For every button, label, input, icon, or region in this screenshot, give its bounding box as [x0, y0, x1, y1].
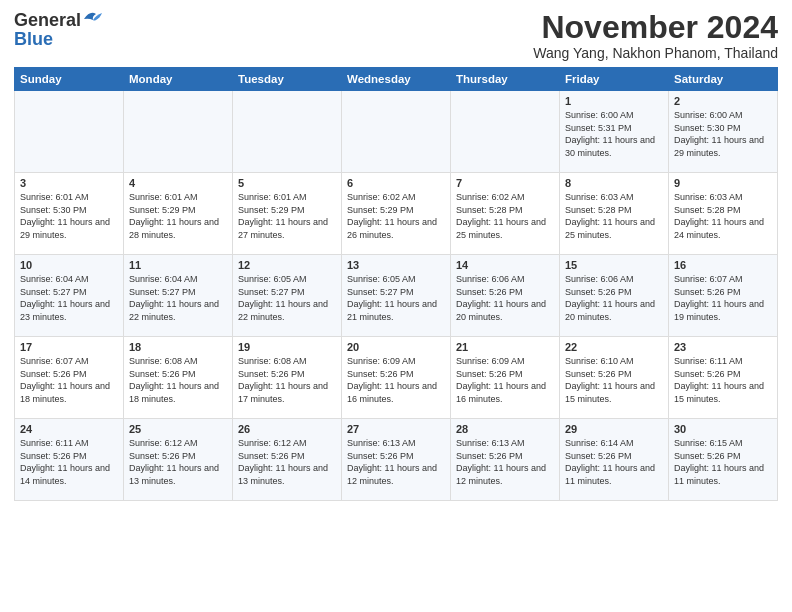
week-row-2: 3Sunrise: 6:01 AMSunset: 5:30 PMDaylight… — [15, 173, 778, 255]
day-number: 7 — [456, 177, 554, 189]
day-info: Sunrise: 6:12 AMSunset: 5:26 PMDaylight:… — [129, 437, 227, 487]
day-number: 1 — [565, 95, 663, 107]
day-info: Sunrise: 6:08 AMSunset: 5:26 PMDaylight:… — [129, 355, 227, 405]
calendar-cell-1-1: 4Sunrise: 6:01 AMSunset: 5:29 PMDaylight… — [124, 173, 233, 255]
day-number: 16 — [674, 259, 772, 271]
day-info: Sunrise: 6:02 AMSunset: 5:28 PMDaylight:… — [456, 191, 554, 241]
week-row-4: 17Sunrise: 6:07 AMSunset: 5:26 PMDayligh… — [15, 337, 778, 419]
month-title: November 2024 — [533, 10, 778, 45]
week-row-1: 1Sunrise: 6:00 AMSunset: 5:31 PMDaylight… — [15, 91, 778, 173]
day-number: 5 — [238, 177, 336, 189]
day-number: 21 — [456, 341, 554, 353]
day-number: 12 — [238, 259, 336, 271]
col-monday: Monday — [124, 68, 233, 91]
calendar-cell-2-1: 11Sunrise: 6:04 AMSunset: 5:27 PMDayligh… — [124, 255, 233, 337]
calendar-cell-2-2: 12Sunrise: 6:05 AMSunset: 5:27 PMDayligh… — [233, 255, 342, 337]
day-number: 2 — [674, 95, 772, 107]
calendar-cell-1-2: 5Sunrise: 6:01 AMSunset: 5:29 PMDaylight… — [233, 173, 342, 255]
day-number: 23 — [674, 341, 772, 353]
calendar-cell-4-1: 25Sunrise: 6:12 AMSunset: 5:26 PMDayligh… — [124, 419, 233, 501]
day-info: Sunrise: 6:09 AMSunset: 5:26 PMDaylight:… — [456, 355, 554, 405]
day-info: Sunrise: 6:11 AMSunset: 5:26 PMDaylight:… — [20, 437, 118, 487]
day-info: Sunrise: 6:02 AMSunset: 5:29 PMDaylight:… — [347, 191, 445, 241]
day-info: Sunrise: 6:13 AMSunset: 5:26 PMDaylight:… — [456, 437, 554, 487]
calendar-table: Sunday Monday Tuesday Wednesday Thursday… — [14, 67, 778, 501]
day-number: 18 — [129, 341, 227, 353]
day-info: Sunrise: 6:12 AMSunset: 5:26 PMDaylight:… — [238, 437, 336, 487]
logo-bird-icon — [82, 10, 104, 28]
col-sunday: Sunday — [15, 68, 124, 91]
day-info: Sunrise: 6:01 AMSunset: 5:30 PMDaylight:… — [20, 191, 118, 241]
day-number: 3 — [20, 177, 118, 189]
col-wednesday: Wednesday — [342, 68, 451, 91]
day-number: 25 — [129, 423, 227, 435]
calendar-cell-4-2: 26Sunrise: 6:12 AMSunset: 5:26 PMDayligh… — [233, 419, 342, 501]
day-number: 11 — [129, 259, 227, 271]
calendar-cell-0-2 — [233, 91, 342, 173]
day-info: Sunrise: 6:08 AMSunset: 5:26 PMDaylight:… — [238, 355, 336, 405]
calendar-cell-1-0: 3Sunrise: 6:01 AMSunset: 5:30 PMDaylight… — [15, 173, 124, 255]
day-info: Sunrise: 6:09 AMSunset: 5:26 PMDaylight:… — [347, 355, 445, 405]
col-friday: Friday — [560, 68, 669, 91]
calendar-cell-3-0: 17Sunrise: 6:07 AMSunset: 5:26 PMDayligh… — [15, 337, 124, 419]
day-number: 20 — [347, 341, 445, 353]
day-info: Sunrise: 6:15 AMSunset: 5:26 PMDaylight:… — [674, 437, 772, 487]
day-info: Sunrise: 6:05 AMSunset: 5:27 PMDaylight:… — [347, 273, 445, 323]
day-number: 6 — [347, 177, 445, 189]
calendar-cell-2-3: 13Sunrise: 6:05 AMSunset: 5:27 PMDayligh… — [342, 255, 451, 337]
day-info: Sunrise: 6:04 AMSunset: 5:27 PMDaylight:… — [20, 273, 118, 323]
day-info: Sunrise: 6:03 AMSunset: 5:28 PMDaylight:… — [674, 191, 772, 241]
day-number: 27 — [347, 423, 445, 435]
calendar-cell-0-4 — [451, 91, 560, 173]
calendar-cell-3-1: 18Sunrise: 6:08 AMSunset: 5:26 PMDayligh… — [124, 337, 233, 419]
calendar-cell-4-4: 28Sunrise: 6:13 AMSunset: 5:26 PMDayligh… — [451, 419, 560, 501]
calendar-cell-0-3 — [342, 91, 451, 173]
calendar-cell-3-3: 20Sunrise: 6:09 AMSunset: 5:26 PMDayligh… — [342, 337, 451, 419]
calendar-cell-2-0: 10Sunrise: 6:04 AMSunset: 5:27 PMDayligh… — [15, 255, 124, 337]
day-info: Sunrise: 6:13 AMSunset: 5:26 PMDaylight:… — [347, 437, 445, 487]
day-info: Sunrise: 6:03 AMSunset: 5:28 PMDaylight:… — [565, 191, 663, 241]
day-number: 28 — [456, 423, 554, 435]
calendar-cell-4-3: 27Sunrise: 6:13 AMSunset: 5:26 PMDayligh… — [342, 419, 451, 501]
day-info: Sunrise: 6:01 AMSunset: 5:29 PMDaylight:… — [238, 191, 336, 241]
day-info: Sunrise: 6:00 AMSunset: 5:30 PMDaylight:… — [674, 109, 772, 159]
day-number: 13 — [347, 259, 445, 271]
location: Wang Yang, Nakhon Phanom, Thailand — [533, 45, 778, 61]
calendar-cell-3-5: 22Sunrise: 6:10 AMSunset: 5:26 PMDayligh… — [560, 337, 669, 419]
calendar-cell-3-4: 21Sunrise: 6:09 AMSunset: 5:26 PMDayligh… — [451, 337, 560, 419]
day-info: Sunrise: 6:05 AMSunset: 5:27 PMDaylight:… — [238, 273, 336, 323]
calendar-cell-1-4: 7Sunrise: 6:02 AMSunset: 5:28 PMDaylight… — [451, 173, 560, 255]
col-saturday: Saturday — [669, 68, 778, 91]
calendar-cell-1-3: 6Sunrise: 6:02 AMSunset: 5:29 PMDaylight… — [342, 173, 451, 255]
day-info: Sunrise: 6:07 AMSunset: 5:26 PMDaylight:… — [674, 273, 772, 323]
week-row-5: 24Sunrise: 6:11 AMSunset: 5:26 PMDayligh… — [15, 419, 778, 501]
day-number: 30 — [674, 423, 772, 435]
calendar-cell-4-6: 30Sunrise: 6:15 AMSunset: 5:26 PMDayligh… — [669, 419, 778, 501]
day-number: 8 — [565, 177, 663, 189]
calendar-cell-1-5: 8Sunrise: 6:03 AMSunset: 5:28 PMDaylight… — [560, 173, 669, 255]
calendar-cell-3-2: 19Sunrise: 6:08 AMSunset: 5:26 PMDayligh… — [233, 337, 342, 419]
day-info: Sunrise: 6:07 AMSunset: 5:26 PMDaylight:… — [20, 355, 118, 405]
title-area: November 2024 Wang Yang, Nakhon Phanom, … — [533, 10, 778, 61]
calendar-cell-0-0 — [15, 91, 124, 173]
day-info: Sunrise: 6:06 AMSunset: 5:26 PMDaylight:… — [565, 273, 663, 323]
day-number: 4 — [129, 177, 227, 189]
logo: General Blue — [14, 10, 104, 50]
day-number: 26 — [238, 423, 336, 435]
day-number: 9 — [674, 177, 772, 189]
day-info: Sunrise: 6:04 AMSunset: 5:27 PMDaylight:… — [129, 273, 227, 323]
calendar-cell-0-5: 1Sunrise: 6:00 AMSunset: 5:31 PMDaylight… — [560, 91, 669, 173]
calendar-header-row: Sunday Monday Tuesday Wednesday Thursday… — [15, 68, 778, 91]
calendar-cell-3-6: 23Sunrise: 6:11 AMSunset: 5:26 PMDayligh… — [669, 337, 778, 419]
header: General Blue November 2024 Wang Yang, Na… — [14, 10, 778, 61]
day-info: Sunrise: 6:00 AMSunset: 5:31 PMDaylight:… — [565, 109, 663, 159]
calendar-cell-2-4: 14Sunrise: 6:06 AMSunset: 5:26 PMDayligh… — [451, 255, 560, 337]
day-number: 10 — [20, 259, 118, 271]
col-tuesday: Tuesday — [233, 68, 342, 91]
day-info: Sunrise: 6:10 AMSunset: 5:26 PMDaylight:… — [565, 355, 663, 405]
calendar-cell-4-0: 24Sunrise: 6:11 AMSunset: 5:26 PMDayligh… — [15, 419, 124, 501]
day-info: Sunrise: 6:01 AMSunset: 5:29 PMDaylight:… — [129, 191, 227, 241]
logo-general-text: General — [14, 10, 81, 31]
logo-blue-text: Blue — [14, 29, 53, 50]
day-number: 19 — [238, 341, 336, 353]
